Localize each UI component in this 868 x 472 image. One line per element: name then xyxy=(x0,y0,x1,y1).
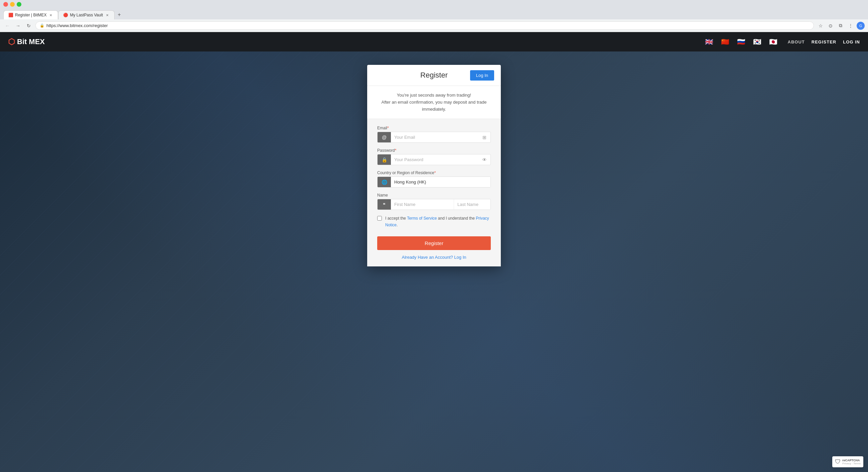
extensions-icon[interactable]: ⧉ xyxy=(837,22,845,30)
country-label: Country or Region of Residence* xyxy=(377,171,491,175)
tab-close-bitmex[interactable]: ✕ xyxy=(49,13,53,18)
name-icon: ❝ xyxy=(377,199,391,210)
register-modal: Register Log In You're just seconds away… xyxy=(367,65,501,266)
terms-end: . xyxy=(397,223,398,227)
nav-about[interactable]: ABOUT xyxy=(788,39,805,45)
header-right: 🇬🇧 🇨🇳 🇷🇺 🇰🇷 🇯🇵 ABOUT REGISTER LOG IN xyxy=(705,38,860,46)
logo-icon: ⬡ xyxy=(8,37,15,47)
email-suffix-icon[interactable]: ⊞ xyxy=(478,132,491,142)
maximize-window-button[interactable] xyxy=(17,2,21,7)
flag-jp[interactable]: 🇯🇵 xyxy=(769,38,780,46)
subtitle-line1: You're just seconds away from trading! xyxy=(377,92,491,99)
nav-register[interactable]: REGISTER xyxy=(811,39,836,45)
header-nav-links: ABOUT REGISTER LOG IN xyxy=(788,39,860,45)
name-form-group: Name ❝ xyxy=(377,193,491,210)
history-icon[interactable]: ⊙ xyxy=(827,22,835,30)
tab-favicon-bitmex: 🟥 xyxy=(8,13,13,18)
terms-wrapper: I accept the Terms of Service and I unde… xyxy=(377,215,491,228)
recaptcha-privacy-terms[interactable]: Privacy - Terms xyxy=(842,462,861,465)
tab-label-bitmex: Register | BitMEX xyxy=(15,13,46,18)
lock-icon: 🔒 xyxy=(40,23,44,28)
email-input-wrapper: @ ⊞ xyxy=(377,132,491,143)
tab-close-lastpass[interactable]: ✕ xyxy=(105,13,110,18)
back-button[interactable]: ← xyxy=(3,22,11,30)
flag-kr[interactable]: 🇰🇷 xyxy=(753,38,764,46)
globe-icon: 🌐 xyxy=(377,177,391,187)
modal-login-button[interactable]: Log In xyxy=(470,70,494,81)
flag-uk[interactable]: 🇬🇧 xyxy=(705,38,716,46)
password-input[interactable] xyxy=(391,154,478,165)
recaptcha-logo-icon: 🛡 xyxy=(835,458,841,465)
recaptcha-label: reCAPTCHA xyxy=(842,459,861,462)
browser-tabs: 🟥 Register | BitMEX ✕ 🔴 My LastPass Vaul… xyxy=(0,9,868,20)
flag-cn[interactable]: 🇨🇳 xyxy=(721,38,732,46)
more-tools-icon[interactable]: ⋮ xyxy=(847,22,855,30)
site-header: ⬡ BitMEX 🇬🇧 🇨🇳 🇷🇺 🇰🇷 🇯🇵 ABOUT REGISTER L… xyxy=(0,32,868,52)
terms-middle: and I understand the xyxy=(437,216,476,220)
modal-header: Register Log In xyxy=(367,65,501,86)
close-window-button[interactable] xyxy=(3,2,8,7)
last-name-input[interactable] xyxy=(454,199,491,210)
name-input-wrapper: ❝ xyxy=(377,199,491,210)
email-label: Email* xyxy=(377,126,491,130)
already-account-link[interactable]: Already Have an Account? Log In xyxy=(402,255,466,260)
nav-login[interactable]: LOG IN xyxy=(843,39,860,45)
first-name-input[interactable] xyxy=(391,199,454,210)
modal-title: Register xyxy=(420,71,448,80)
profile-avatar[interactable]: G xyxy=(857,22,865,30)
url-text: https://www.bitmex.com/register xyxy=(46,23,809,28)
tab-favicon-lastpass: 🔴 xyxy=(63,13,68,18)
email-input[interactable] xyxy=(391,132,478,142)
logo-bit: Bit xyxy=(17,37,27,46)
email-form-group: Email* @ ⊞ xyxy=(377,126,491,143)
terms-of-service-link[interactable]: Terms of Service xyxy=(407,216,437,220)
browser-addressbar: ← → ↻ 🔒 https://www.bitmex.com/register … xyxy=(0,20,868,32)
browser-titlebar xyxy=(0,0,868,9)
tab-register-bitmex[interactable]: 🟥 Register | BitMEX ✕ xyxy=(3,10,58,20)
terms-prefix: I accept the xyxy=(385,216,407,220)
register-button[interactable]: Register xyxy=(377,236,491,250)
modal-body: Email* @ ⊞ Password* 🔒 👁 xyxy=(367,119,501,266)
flag-ru[interactable]: 🇷🇺 xyxy=(737,38,748,46)
toolbar-icons: ☆ ⊙ ⧉ ⋮ G xyxy=(816,22,865,30)
logo-mex: MEX xyxy=(29,37,45,46)
lock-field-icon: 🔒 xyxy=(377,154,391,165)
tab-label-lastpass: My LastPass Vault xyxy=(70,13,102,18)
country-input[interactable] xyxy=(391,177,491,187)
window-controls xyxy=(3,2,21,7)
email-icon: @ xyxy=(377,132,391,142)
site-background: Register Log In You're just seconds away… xyxy=(0,52,868,472)
already-account: Already Have an Account? Log In xyxy=(377,255,491,260)
country-input-wrapper: 🌐 xyxy=(377,177,491,187)
reload-button[interactable]: ↻ xyxy=(25,22,33,30)
terms-text: I accept the Terms of Service and I unde… xyxy=(385,215,491,228)
browser-chrome: 🟥 Register | BitMEX ✕ 🔴 My LastPass Vaul… xyxy=(0,0,868,32)
password-label: Password* xyxy=(377,148,491,153)
name-label: Name xyxy=(377,193,491,198)
terms-checkbox[interactable] xyxy=(377,216,382,220)
site-logo: ⬡ BitMEX xyxy=(8,37,45,47)
country-form-group: Country or Region of Residence* 🌐 xyxy=(377,171,491,187)
subtitle-line2: After an email confirmation, you may dep… xyxy=(377,99,491,113)
modal-subtitle: You're just seconds away from trading! A… xyxy=(367,86,501,119)
recaptcha-badge: 🛡 reCAPTCHA Privacy - Terms xyxy=(832,456,863,467)
address-bar[interactable]: 🔒 https://www.bitmex.com/register xyxy=(35,21,814,30)
password-show-icon[interactable]: 👁 xyxy=(478,154,491,165)
tab-lastpass[interactable]: 🔴 My LastPass Vault ✕ xyxy=(58,10,114,20)
bookmark-icon[interactable]: ☆ xyxy=(816,22,825,30)
password-form-group: Password* 🔒 👁 xyxy=(377,148,491,165)
password-input-wrapper: 🔒 👁 xyxy=(377,154,491,165)
minimize-window-button[interactable] xyxy=(10,2,15,7)
forward-button[interactable]: → xyxy=(14,22,22,30)
new-tab-button[interactable]: + xyxy=(115,10,124,20)
